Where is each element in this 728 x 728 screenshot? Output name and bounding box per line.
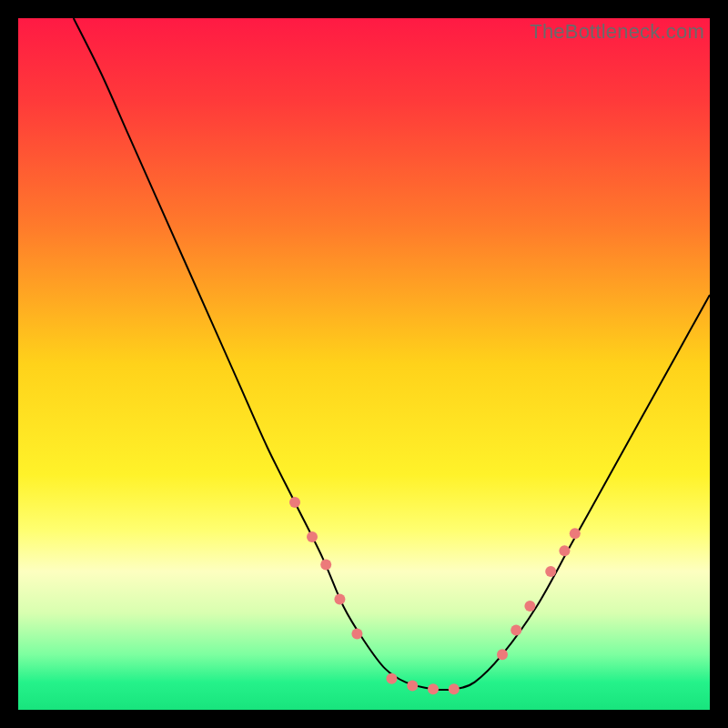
curve-marker [386, 673, 397, 684]
curve-marker [428, 683, 439, 694]
bottleneck-chart [18, 18, 710, 710]
curve-marker [545, 566, 556, 577]
watermark-text: TheBottleneck.com [530, 20, 704, 44]
curve-marker [320, 559, 331, 570]
curve-marker [559, 545, 570, 556]
curve-marker [511, 625, 521, 636]
curve-marker [351, 628, 362, 639]
curve-marker [570, 528, 581, 539]
curve-marker [449, 683, 460, 694]
curve-marker [334, 593, 345, 604]
curve-marker [289, 497, 300, 508]
curve-marker [497, 649, 508, 660]
curve-marker [407, 680, 418, 691]
chart-frame: TheBottleneck.com [18, 18, 710, 710]
curve-marker [524, 601, 535, 612]
curve-marker [307, 531, 318, 542]
